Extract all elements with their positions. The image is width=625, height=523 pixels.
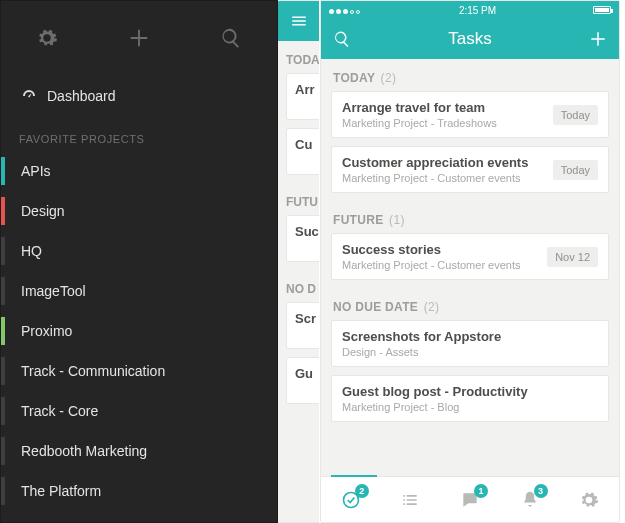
due-badge: Today [553,160,598,180]
drawer-project-label: Design [21,203,65,219]
gear-icon [36,27,58,49]
section-header-future: FUTURE (1) [321,201,619,233]
tab-tasks[interactable]: 2 [331,480,371,520]
tab-badge: 3 [534,484,548,498]
tab-alerts[interactable]: 3 [510,480,550,520]
tab-list[interactable] [390,480,430,520]
project-color-stripe [1,197,5,225]
navigation-drawer: Dashboard FAVORITE PROJECTS APIsDesignHQ… [0,0,278,523]
battery-icon [593,6,611,14]
plus-icon [128,27,150,49]
task-list: TODAY (2) Arrange travel for team Market… [321,59,619,476]
task-title: Guest blog post - Productivity [342,384,528,399]
tab-badge: 1 [474,484,488,498]
tab-bar: 2 1 3 [321,476,619,522]
tasks-screen: 2:15 PM Tasks TODAY (2) Arrange travel f… [320,0,620,523]
task-card[interactable]: Customer appreciation events Marketing P… [331,146,609,193]
task-subtitle: Marketing Project - Customer events [342,259,521,271]
drawer-settings-button[interactable] [17,13,77,63]
drawer-search-button[interactable] [201,13,261,63]
project-color-stripe [1,317,5,345]
status-time: 2:15 PM [459,5,496,16]
list-icon [400,490,420,510]
drawer-group-header: FAVORITE PROJECTS [1,123,277,151]
navbar-title: Tasks [448,29,491,49]
drawer-project-item[interactable]: ImageTool [1,271,277,311]
drawer-add-button[interactable] [109,13,169,63]
drawer-project-item[interactable]: HQ [1,231,277,271]
section-header-today: TODAY (2) [321,59,619,91]
search-icon [220,27,242,49]
project-color-stripe [1,357,5,385]
drawer-project-label: Proximo [21,323,72,339]
task-card[interactable]: Screenshots for Appstore Design - Assets [331,320,609,367]
section-header-nodate: NO DUE DATE (2) [321,288,619,320]
drawer-dashboard-label: Dashboard [47,88,116,104]
task-subtitle: Marketing Project - Customer events [342,172,528,184]
signal-dots-icon [329,5,362,16]
project-color-stripe [1,477,5,505]
status-bar: 2:15 PM [321,1,619,19]
drawer-project-item[interactable]: Track - Core [1,391,277,431]
drawer-project-item[interactable]: Proximo [1,311,277,351]
tab-settings[interactable] [569,480,609,520]
task-title: Screenshots for Appstore [342,329,501,344]
project-color-stripe [1,437,5,465]
drawer-project-label: Track - Core [21,403,98,419]
task-subtitle: Marketing Project - Blog [342,401,528,413]
drawer-project-item[interactable]: Design [1,191,277,231]
drawer-project-item[interactable]: Redbooth Marketing [1,431,277,471]
drawer-toolbar [1,1,277,75]
plus-icon[interactable] [589,30,607,48]
due-badge: Today [553,105,598,125]
task-title: Success stories [342,242,521,257]
navbar: Tasks [321,19,619,59]
dashboard-icon [21,88,37,104]
project-color-stripe [1,397,5,425]
project-color-stripe [1,237,5,265]
drawer-project-label: ImageTool [21,283,86,299]
task-card[interactable]: Guest blog post - Productivity Marketing… [331,375,609,422]
tab-badge: 2 [355,484,369,498]
project-color-stripe [1,157,5,185]
drawer-project-label: The Platform [21,483,101,499]
task-title: Arrange travel for team [342,100,497,115]
drawer-project-label: APIs [21,163,51,179]
search-icon[interactable] [333,30,351,48]
task-card[interactable]: Arrange travel for team Marketing Projec… [331,91,609,138]
project-color-stripe [1,277,5,305]
tab-chat[interactable]: 1 [450,480,490,520]
due-badge: Nov 12 [547,247,598,267]
drawer-project-item[interactable]: Track - Communication [1,351,277,391]
drawer-project-item[interactable]: The Platform [1,471,277,511]
drawer-project-label: Track - Communication [21,363,165,379]
menu-icon[interactable] [290,12,308,30]
drawer-project-label: HQ [21,243,42,259]
task-card[interactable]: Success stories Marketing Project - Cust… [331,233,609,280]
task-title: Customer appreciation events [342,155,528,170]
drawer-project-label: Redbooth Marketing [21,443,147,459]
gear-icon [579,490,599,510]
drawer-dashboard[interactable]: Dashboard [1,75,277,117]
task-subtitle: Design - Assets [342,346,501,358]
task-subtitle: Marketing Project - Tradeshows [342,117,497,129]
drawer-project-item[interactable]: APIs [1,151,277,191]
